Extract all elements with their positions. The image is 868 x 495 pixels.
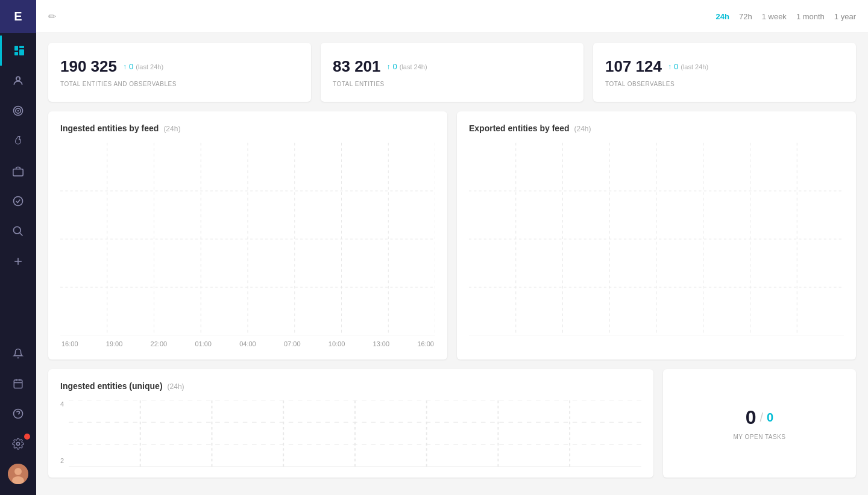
time-filter: 24h 72h 1 week 1 month 1 year <box>716 10 856 23</box>
xaxis-label-1: 19:00 <box>106 340 123 347</box>
ingested-feed-chart-title: Ingested entities by feed <box>60 123 159 133</box>
xaxis-label-5: 07:00 <box>284 340 301 347</box>
sidebar-item-target[interactable] <box>0 96 36 126</box>
stat-card-observables: 107 124 ↑ 0 (last 24h) TOTAL OBSERVABLES <box>593 43 856 102</box>
topbar-right: 24h 72h 1 week 1 month 1 year <box>716 10 856 23</box>
stat-label-observables: TOTAL OBSERVABLES <box>605 81 844 87</box>
xaxis-label-8: 16:00 <box>417 340 434 347</box>
svg-point-5 <box>16 78 17 79</box>
sidebar-item-calendar[interactable] <box>0 369 36 399</box>
stat-number-observables: 107 124 <box>605 57 662 76</box>
svg-point-6 <box>19 78 20 79</box>
sidebar-item-robot[interactable] <box>0 66 36 96</box>
xaxis-label-7: 13:00 <box>373 340 390 347</box>
svg-rect-2 <box>14 52 18 55</box>
charts-row: Ingested entities by feed (24h) <box>48 111 856 360</box>
stat-label-entities: TOTAL ENTITIES <box>333 81 571 87</box>
svg-point-22 <box>17 443 20 446</box>
ingested-unique-chart-area: 4 2 <box>60 400 641 467</box>
time-filter-24h[interactable]: 24h <box>716 10 729 23</box>
avatar <box>8 464 28 484</box>
settings-badge <box>24 434 30 440</box>
tasks-main-value: 0 <box>746 406 756 429</box>
ingested-feed-chart-svg <box>60 143 435 335</box>
time-filter-1month[interactable]: 1 month <box>796 10 825 23</box>
arrow-up-icon: ↑ <box>123 63 127 71</box>
stat-number-entities: 83 201 <box>333 57 381 76</box>
sidebar-bottom <box>0 338 36 495</box>
stat-change-entities: ↑ 0 (last 24h) <box>387 62 427 71</box>
ingested-feed-chart-header: Ingested entities by feed (24h) <box>60 123 435 133</box>
sidebar-item-help[interactable] <box>0 399 36 429</box>
exported-feed-chart-area <box>469 143 844 335</box>
svg-rect-10 <box>13 169 23 176</box>
stat-number-total: 190 325 <box>60 57 117 76</box>
time-filter-1week[interactable]: 1 week <box>762 10 787 23</box>
ingested-feed-chart-card: Ingested entities by feed (24h) <box>48 111 447 360</box>
stat-change-observables: ↑ 0 (last 24h) <box>668 62 708 71</box>
stat-change-value-3: 0 <box>674 62 678 71</box>
stat-card-entities: 83 201 ↑ 0 (last 24h) TOTAL ENTITIES <box>321 43 583 102</box>
stat-change-value: 0 <box>129 62 133 71</box>
tasks-card: 0 / 0 MY OPEN TASKS <box>663 369 856 478</box>
topbar-left: ✏ <box>48 11 56 22</box>
sidebar-item-search[interactable] <box>0 216 36 246</box>
xaxis-label-2: 22:00 <box>151 340 168 347</box>
ingested-feed-chart-subtitle: (24h) <box>163 125 180 133</box>
xaxis-label-6: 10:00 <box>329 340 345 347</box>
exported-feed-chart-svg <box>469 143 844 335</box>
svg-rect-3 <box>19 49 24 55</box>
yaxis-label-top: 4 <box>60 400 64 408</box>
stat-label-total: TOTAL ENTITIES AND OBSERVABLES <box>60 81 299 87</box>
sidebar-item-bell[interactable] <box>0 338 36 369</box>
main-content: ✏ 24h 72h 1 week 1 month 1 year 190 325 … <box>36 0 868 495</box>
stat-period-total: (last 24h) <box>136 63 163 70</box>
sidebar-item-dashboard[interactable] <box>0 36 36 66</box>
stat-cards: 190 325 ↑ 0 (last 24h) TOTAL ENTITIES AN… <box>48 43 856 102</box>
stat-card-total: 190 325 ↑ 0 (last 24h) TOTAL ENTITIES AN… <box>48 43 311 102</box>
xaxis-label-4: 04:00 <box>239 340 256 347</box>
svg-point-24 <box>14 468 22 475</box>
sidebar-logo: E <box>0 0 36 33</box>
xaxis-label-0: 16:00 <box>61 340 78 347</box>
arrow-up-icon-3: ↑ <box>668 63 671 71</box>
ingested-unique-svg <box>69 400 641 467</box>
tasks-slash: / <box>760 411 764 425</box>
yaxis-label-mid: 2 <box>60 457 64 464</box>
exported-feed-chart-subtitle: (24h) <box>574 125 591 133</box>
ingested-unique-subtitle: (24h) <box>168 382 184 391</box>
stat-period-entities: (last 24h) <box>400 63 427 70</box>
stat-change-total: ↑ 0 (last 24h) <box>123 62 163 71</box>
exported-feed-chart-title: Exported entities by feed <box>469 123 569 133</box>
sidebar-item-avatar[interactable] <box>0 459 36 489</box>
ingested-unique-yaxis: 4 2 <box>60 400 64 467</box>
sidebar-nav <box>0 33 36 338</box>
sidebar-item-briefcase[interactable] <box>0 156 36 186</box>
bottom-row: Ingested entities (unique) (24h) 4 2 <box>48 369 856 478</box>
ingested-unique-header: Ingested entities (unique) (24h) <box>60 381 641 391</box>
sidebar-item-flame[interactable] <box>0 126 36 156</box>
stat-period-observables: (last 24h) <box>681 63 708 70</box>
stat-change-value-2: 0 <box>393 62 397 71</box>
topbar: ✏ 24h 72h 1 week 1 month 1 year <box>36 0 868 33</box>
svg-point-12 <box>14 227 21 234</box>
exported-feed-chart-header: Exported entities by feed (24h) <box>469 123 844 133</box>
sidebar-item-settings[interactable] <box>0 429 36 459</box>
svg-point-9 <box>17 110 19 112</box>
time-filter-72h[interactable]: 72h <box>739 10 752 23</box>
ingested-unique-card: Ingested entities (unique) (24h) 4 2 <box>48 369 653 478</box>
exported-feed-chart-card: Exported entities by feed (24h) <box>457 111 856 360</box>
xaxis-label-3: 01:00 <box>195 340 212 347</box>
ingested-feed-chart-area <box>60 143 435 335</box>
time-filter-1year[interactable]: 1 year <box>834 10 856 23</box>
sidebar-item-add[interactable] <box>0 246 36 276</box>
sidebar: E <box>0 0 36 495</box>
ingested-feed-xaxis: 16:00 19:00 22:00 01:00 04:00 07:00 10:0… <box>60 340 435 347</box>
tasks-total-value: 0 <box>767 411 773 425</box>
tasks-numbers: 0 / 0 <box>746 406 773 429</box>
svg-rect-16 <box>14 380 22 388</box>
edit-icon[interactable]: ✏ <box>48 11 56 22</box>
sidebar-item-check[interactable] <box>0 186 36 216</box>
arrow-up-icon-2: ↑ <box>387 63 391 71</box>
tasks-label: MY OPEN TASKS <box>733 434 785 440</box>
